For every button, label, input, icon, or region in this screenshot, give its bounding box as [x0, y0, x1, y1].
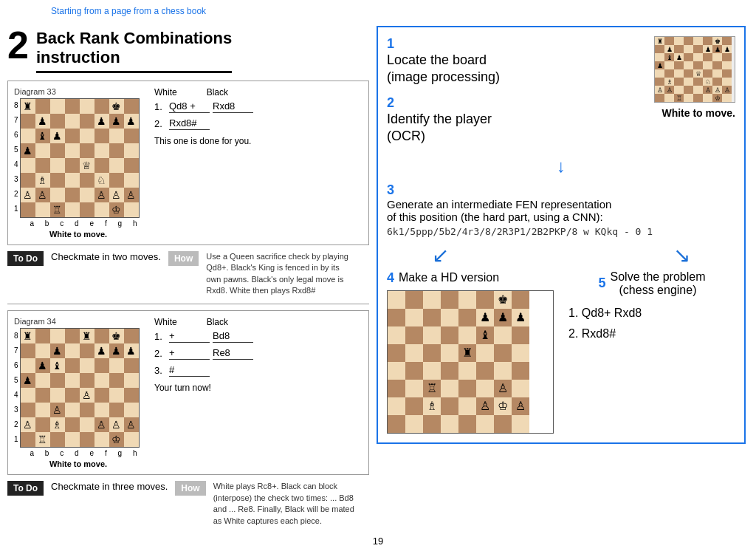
- step1-number: 1: [387, 36, 642, 52]
- diagram34-note: Your turn now!: [154, 383, 362, 393]
- arrows-4-5-row: ↙ ↘: [387, 243, 735, 267]
- move-white-33-2: Rxd8#: [169, 117, 210, 130]
- chess-board-33: ♜♚♟♟♟♟♝♟♟♕♗♘♙♙♙♙♙♖♔: [20, 98, 140, 218]
- step4-text: Make a HD version: [399, 271, 499, 284]
- todo-badge-33: To Do: [7, 251, 44, 266]
- step3-section: 3 Generate an intermediate FEN represent…: [387, 182, 735, 237]
- black-label-34: Black: [207, 317, 228, 327]
- step4-section: 4 Make a HD version ♚♟♟♟♝♜♖♙♗♙♔♙: [387, 270, 554, 434]
- step2-text: Identify the player(OCR): [387, 111, 642, 146]
- step1-text: Locate the board(image processing): [387, 52, 642, 86]
- step4-label-row: 4 Make a HD version: [387, 270, 554, 286]
- chess-board-34: ♜♜♚♟♟♟♟♟♝♟♙♙♙♗♙♙♙♖♔: [20, 328, 140, 448]
- arrow-down-4: ↙: [432, 243, 449, 267]
- step2: 2 Identify the player(OCR): [387, 95, 642, 146]
- move-black-34-2: Re8: [213, 347, 253, 360]
- step4-number: 4: [387, 270, 394, 286]
- todo-text-33: Checkmate in two moves.: [51, 251, 161, 262]
- white-label-33: White: [154, 87, 177, 98]
- move-num-33-1: 1.: [154, 101, 166, 112]
- chapter-number: 2: [7, 26, 29, 64]
- left-panel: 2 Back Rank Combinationsinstruction Diag…: [7, 26, 369, 534]
- diagram34-board: Diagram 34 87654321 ♜♜♚♟♟♟♟♟♝♟♙♙♙♗♙♙♙♖♔ …: [14, 317, 142, 468]
- how-badge-34: How: [175, 481, 205, 496]
- moves-header-33: White Black: [154, 87, 362, 98]
- diagram33-moves: White Black 1. Qd8 + Rxd8 2. Rxd8# This …: [154, 87, 362, 146]
- top-link[interactable]: Starting from a page from a chess book: [51, 6, 206, 16]
- moves-header-34: White Black: [154, 317, 362, 327]
- diagram33-note: This one is done for you.: [154, 136, 362, 146]
- move-white-34-1: +: [169, 330, 210, 343]
- step5-section: 5 Solve the problem(chess engine) 1. Qd8…: [568, 270, 735, 434]
- bottom-section: 4 Make a HD version ♚♟♟♟♝♜♖♙♗♙♔♙ 5 Solve…: [387, 270, 735, 434]
- move-num-34-3: 3.: [154, 365, 166, 376]
- white-to-move-label: White to move.: [662, 107, 735, 119]
- step2-number: 2: [387, 95, 642, 111]
- arrow-3: ↓: [387, 156, 735, 177]
- chapter-title: Back Rank Combinationsinstruction: [36, 29, 232, 73]
- page-number: 19: [373, 536, 383, 547]
- arrow-col-4: ↙: [432, 243, 449, 267]
- black-label-33: Black: [207, 87, 228, 98]
- steps-1-2-row: 1 Locate the board(image processing) 2 I…: [387, 36, 735, 154]
- file-labels-33: abcdefgh: [24, 219, 142, 228]
- solution-text: 1. Qd8+ Rxd8 2. Rxd8#: [568, 303, 735, 346]
- diagram33-board: Diagram 33 87654321 ♜♚♟♟♟♟♝♟♟♕♗♘♙♙♙♙♙♖♔ …: [14, 87, 142, 239]
- how-text-34: White plays Rc8+. Black can block (inter…: [213, 481, 361, 527]
- move-row-34-3: 3. #: [154, 364, 362, 377]
- white-label-34: White: [154, 317, 177, 327]
- step5-label-row: 5 Solve the problem(chess engine): [568, 270, 735, 297]
- diagram33-label: Diagram 33: [14, 87, 142, 96]
- move-row-33-1: 1. Qd8 + Rxd8: [154, 100, 362, 113]
- todo-text-34: Checkmate in three moves.: [51, 481, 168, 492]
- move-row-34-2: 2. + Re8: [154, 347, 362, 360]
- diagram33-caption: White to move.: [14, 230, 142, 239]
- move-row-34-1: 1. + Bd8: [154, 330, 362, 343]
- how-badge-33: How: [168, 251, 199, 266]
- rank-labels-33: 87654321: [14, 98, 18, 216]
- diagram34-label: Diagram 34: [14, 317, 142, 326]
- step5-text: Solve the problem(chess engine): [611, 270, 706, 297]
- arrow-col-5: ↘: [673, 243, 690, 267]
- move-num-33-2: 2.: [154, 118, 166, 129]
- todo-row-34: To Do Checkmate in three moves. How Whit…: [7, 481, 369, 527]
- hd-chess-board: ♚♟♟♟♝♜♖♙♗♙♔♙: [387, 290, 554, 434]
- diagram33-section: Diagram 33 87654321 ♜♚♟♟♟♟♝♟♟♕♗♘♙♙♙♙♙♖♔ …: [7, 81, 369, 245]
- move-row-33-2: 2. Rxd8#: [154, 117, 362, 130]
- step5-number: 5: [599, 276, 606, 291]
- move-white-34-2: +: [169, 347, 210, 360]
- step3-number: 3: [387, 182, 394, 197]
- right-panel: 1 Locate the board(image processing) 2 I…: [377, 26, 746, 444]
- todo-row-33: To Do Checkmate in two moves. How Use a …: [7, 251, 369, 297]
- rank-labels-34: 87654321: [14, 328, 18, 446]
- step1-2-right: ♜♚♟♟♟♟♝♟♟♕♗♘♙♙♙♙♙♖♔ White to move.: [654, 36, 735, 119]
- diagram34-moves: White Black 1. + Bd8 2. + Re8 3. # Your …: [154, 317, 362, 393]
- move-black-33-1: Rxd8: [213, 100, 253, 113]
- book-board-image: ♜♚♟♟♟♟♝♟♟♕♗♘♙♙♙♙♙♖♔: [654, 36, 735, 103]
- move-black-34-1: Bd8: [213, 330, 253, 343]
- arrow-down-5: ↘: [673, 243, 690, 267]
- step3-label: Generate an intermediate FEN representat…: [387, 198, 735, 223]
- arrow-down-3: ↓: [557, 156, 566, 177]
- step1: 1 Locate the board(image processing): [387, 36, 642, 86]
- step1-2-left: 1 Locate the board(image processing) 2 I…: [387, 36, 642, 154]
- todo-badge-34: To Do: [7, 481, 44, 496]
- how-text-33: Use a Queen sacrifice check by playing Q…: [206, 251, 354, 297]
- diagram34-section: Diagram 34 87654321 ♜♜♚♟♟♟♟♟♝♟♙♙♙♗♙♙♙♖♔ …: [7, 310, 369, 475]
- solution-line2: 2. Rxd8#: [568, 324, 735, 345]
- move-white-34-3: #: [169, 364, 210, 377]
- fen-string: 6k1/5ppp/5b2/4r3/8/2R3P1/2B2PKP/8 w KQkq…: [387, 226, 735, 237]
- move-white-33-1: Qd8 +: [169, 100, 210, 113]
- solution-line1: 1. Qd8+ Rxd8: [568, 303, 735, 324]
- move-num-34-1: 1.: [154, 331, 166, 342]
- move-num-34-2: 2.: [154, 348, 166, 359]
- diagram34-caption: White to move.: [14, 459, 142, 468]
- divider-33: [7, 304, 369, 304]
- chapter-header: 2 Back Rank Combinationsinstruction: [7, 26, 369, 73]
- file-labels-34: abcdefgh: [24, 449, 142, 457]
